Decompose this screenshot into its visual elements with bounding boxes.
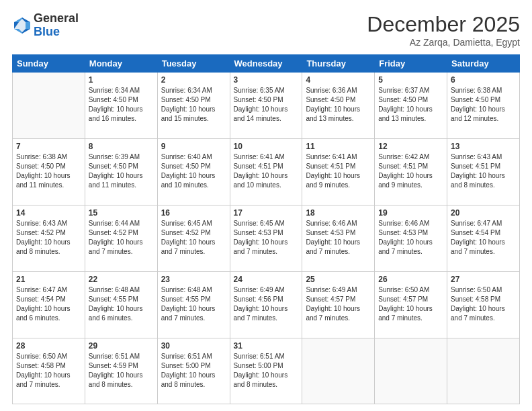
day-number: 12 <box>378 142 443 151</box>
day-number: 11 <box>306 142 371 151</box>
day-number: 9 <box>161 142 226 151</box>
col-friday: Friday <box>375 55 447 73</box>
table-row: 2Sunrise: 6:34 AMSunset: 4:50 PMDaylight… <box>157 73 230 139</box>
day-number: 15 <box>89 208 154 218</box>
table-row: 6Sunrise: 6:38 AMSunset: 4:50 PMDaylight… <box>447 73 520 139</box>
table-row: 21Sunrise: 6:47 AMSunset: 4:54 PMDayligh… <box>13 272 85 338</box>
table-row: 10Sunrise: 6:41 AMSunset: 4:51 PMDayligh… <box>230 139 302 205</box>
day-number: 2 <box>161 75 226 85</box>
day-number: 19 <box>378 208 443 218</box>
table-row: 23Sunrise: 6:48 AMSunset: 4:55 PMDayligh… <box>157 272 230 338</box>
table-row: 17Sunrise: 6:45 AMSunset: 4:53 PMDayligh… <box>230 205 302 272</box>
month-title: December 2025 <box>367 12 520 37</box>
day-info: Sunrise: 6:38 AMSunset: 4:50 PMDaylight:… <box>16 152 81 190</box>
table-row: 22Sunrise: 6:48 AMSunset: 4:55 PMDayligh… <box>85 272 157 338</box>
table-row: 15Sunrise: 6:44 AMSunset: 4:52 PMDayligh… <box>85 205 157 272</box>
day-number: 17 <box>234 208 299 218</box>
table-row: 3Sunrise: 6:35 AMSunset: 4:50 PMDaylight… <box>230 73 302 139</box>
day-number: 6 <box>451 75 516 85</box>
day-info: Sunrise: 6:51 AMSunset: 5:00 PMDaylight:… <box>161 352 226 390</box>
day-number: 10 <box>234 142 299 151</box>
day-number: 5 <box>378 75 443 85</box>
table-row: 13Sunrise: 6:43 AMSunset: 4:51 PMDayligh… <box>447 139 520 205</box>
day-number: 1 <box>89 75 154 85</box>
day-number: 25 <box>306 275 371 284</box>
day-info: Sunrise: 6:40 AMSunset: 4:50 PMDaylight:… <box>161 152 226 190</box>
col-sunday: Sunday <box>13 55 85 73</box>
day-info: Sunrise: 6:35 AMSunset: 4:50 PMDaylight:… <box>234 86 299 124</box>
day-number: 30 <box>161 341 226 351</box>
day-info: Sunrise: 6:34 AMSunset: 4:50 PMDaylight:… <box>161 86 226 124</box>
day-info: Sunrise: 6:47 AMSunset: 4:54 PMDaylight:… <box>451 219 516 257</box>
table-row <box>375 338 447 404</box>
day-info: Sunrise: 6:50 AMSunset: 4:57 PMDaylight:… <box>378 285 443 323</box>
day-info: Sunrise: 6:47 AMSunset: 4:54 PMDaylight:… <box>16 285 81 323</box>
day-info: Sunrise: 6:34 AMSunset: 4:50 PMDaylight:… <box>89 86 154 124</box>
day-info: Sunrise: 6:50 AMSunset: 4:58 PMDaylight:… <box>451 285 516 323</box>
day-number: 13 <box>451 142 516 151</box>
table-row: 12Sunrise: 6:42 AMSunset: 4:51 PMDayligh… <box>375 139 447 205</box>
table-row <box>13 73 85 139</box>
day-number: 23 <box>161 275 226 284</box>
logo-blue: Blue <box>34 26 79 39</box>
day-number: 3 <box>234 75 299 85</box>
col-monday: Monday <box>85 55 157 73</box>
table-row: 31Sunrise: 6:51 AMSunset: 5:00 PMDayligh… <box>230 338 302 404</box>
table-row: 18Sunrise: 6:46 AMSunset: 4:53 PMDayligh… <box>302 205 375 272</box>
day-number: 4 <box>306 75 371 85</box>
day-info: Sunrise: 6:46 AMSunset: 4:53 PMDaylight:… <box>378 219 443 257</box>
table-row: 1Sunrise: 6:34 AMSunset: 4:50 PMDaylight… <box>85 73 157 139</box>
logo-general: General <box>34 12 79 26</box>
day-number: 14 <box>16 208 81 218</box>
day-info: Sunrise: 6:51 AMSunset: 4:59 PMDaylight:… <box>89 352 154 390</box>
table-row: 19Sunrise: 6:46 AMSunset: 4:53 PMDayligh… <box>375 205 447 272</box>
logo: General Blue <box>12 12 79 39</box>
day-info: Sunrise: 6:44 AMSunset: 4:52 PMDaylight:… <box>89 219 154 257</box>
day-info: Sunrise: 6:48 AMSunset: 4:55 PMDaylight:… <box>89 285 154 323</box>
table-row: 20Sunrise: 6:47 AMSunset: 4:54 PMDayligh… <box>447 205 520 272</box>
day-info: Sunrise: 6:41 AMSunset: 4:51 PMDaylight:… <box>306 152 371 190</box>
table-row: 4Sunrise: 6:36 AMSunset: 4:50 PMDaylight… <box>302 73 375 139</box>
table-row: 7Sunrise: 6:38 AMSunset: 4:50 PMDaylight… <box>13 139 85 205</box>
day-info: Sunrise: 6:36 AMSunset: 4:50 PMDaylight:… <box>306 86 371 124</box>
day-number: 31 <box>234 341 299 351</box>
day-info: Sunrise: 6:48 AMSunset: 4:55 PMDaylight:… <box>161 285 226 323</box>
svg-marker-3 <box>26 22 30 29</box>
col-wednesday: Wednesday <box>230 55 302 73</box>
table-row: 30Sunrise: 6:51 AMSunset: 5:00 PMDayligh… <box>157 338 230 404</box>
table-row: 28Sunrise: 6:50 AMSunset: 4:58 PMDayligh… <box>13 338 85 404</box>
day-info: Sunrise: 6:49 AMSunset: 4:57 PMDaylight:… <box>306 285 371 323</box>
table-row: 9Sunrise: 6:40 AMSunset: 4:50 PMDaylight… <box>157 139 230 205</box>
col-tuesday: Tuesday <box>157 55 230 73</box>
day-number: 27 <box>451 275 516 284</box>
day-number: 20 <box>451 208 516 218</box>
table-row <box>302 338 375 404</box>
day-info: Sunrise: 6:46 AMSunset: 4:53 PMDaylight:… <box>306 219 371 257</box>
day-info: Sunrise: 6:41 AMSunset: 4:51 PMDaylight:… <box>234 152 299 190</box>
calendar-header-row: Sunday Monday Tuesday Wednesday Thursday… <box>13 55 520 73</box>
calendar: Sunday Monday Tuesday Wednesday Thursday… <box>12 54 520 404</box>
table-row: 27Sunrise: 6:50 AMSunset: 4:58 PMDayligh… <box>447 272 520 338</box>
day-info: Sunrise: 6:50 AMSunset: 4:58 PMDaylight:… <box>16 352 81 390</box>
day-info: Sunrise: 6:49 AMSunset: 4:56 PMDaylight:… <box>234 285 299 323</box>
day-info: Sunrise: 6:39 AMSunset: 4:50 PMDaylight:… <box>89 152 154 190</box>
day-number: 21 <box>16 275 81 284</box>
table-row: 25Sunrise: 6:49 AMSunset: 4:57 PMDayligh… <box>302 272 375 338</box>
day-info: Sunrise: 6:43 AMSunset: 4:51 PMDaylight:… <box>451 152 516 190</box>
day-info: Sunrise: 6:45 AMSunset: 4:52 PMDaylight:… <box>161 219 226 257</box>
table-row: 5Sunrise: 6:37 AMSunset: 4:50 PMDaylight… <box>375 73 447 139</box>
day-info: Sunrise: 6:45 AMSunset: 4:53 PMDaylight:… <box>234 219 299 257</box>
day-info: Sunrise: 6:38 AMSunset: 4:50 PMDaylight:… <box>451 86 516 124</box>
table-row: 29Sunrise: 6:51 AMSunset: 4:59 PMDayligh… <box>85 338 157 404</box>
day-number: 18 <box>306 208 371 218</box>
table-row: 24Sunrise: 6:49 AMSunset: 4:56 PMDayligh… <box>230 272 302 338</box>
day-number: 26 <box>378 275 443 284</box>
day-number: 22 <box>89 275 154 284</box>
col-thursday: Thursday <box>302 55 375 73</box>
day-number: 16 <box>161 208 226 218</box>
day-number: 7 <box>16 142 81 151</box>
day-number: 28 <box>16 341 81 351</box>
day-info: Sunrise: 6:42 AMSunset: 4:51 PMDaylight:… <box>378 152 443 190</box>
day-number: 8 <box>89 142 154 151</box>
table-row <box>447 338 520 404</box>
